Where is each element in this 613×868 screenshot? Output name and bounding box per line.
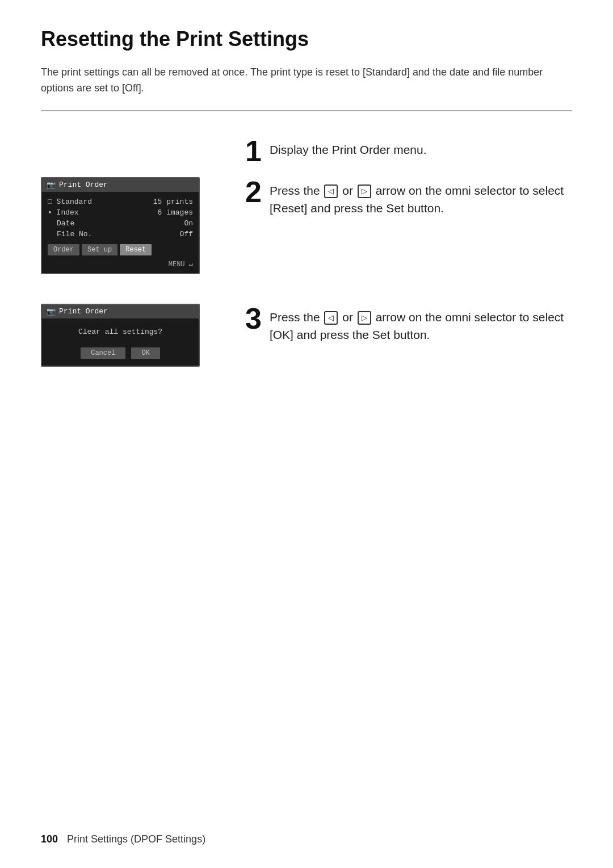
step-2-row: 📷 Print Order □ Standard 15 prints ▪ Ind… <box>41 177 572 286</box>
screen1-menu-line: MENU ↵ <box>48 258 193 269</box>
step-3-arrow-left: ◁ <box>324 311 338 325</box>
step-1-row: 1 Display the Print Order menu. <box>41 132 572 166</box>
step-2-text-before: Press the <box>270 184 320 197</box>
step-3-arrow-right: ▷ <box>358 311 371 325</box>
page-title: Resetting the Print Settings <box>41 27 572 51</box>
step-3-row: 📷 Print Order Clear all settings? Cancel… <box>41 304 572 378</box>
screen1-tab-reset: Reset <box>120 244 152 255</box>
footer-text: Print Settings (DPOF Settings) <box>67 833 205 845</box>
footer-page-number: 100 <box>41 833 58 845</box>
step-2-content: 2 Press the ◁ or ▷ arrow on the omni sel… <box>245 177 572 217</box>
step-2-text: Press the ◁ or ▷ arrow on the omni selec… <box>270 177 572 217</box>
step-2-arrow-left: ◁ <box>324 184 338 198</box>
step-2-arrow-right: ▷ <box>358 184 371 198</box>
step-3-text: Press the ◁ or ▷ arrow on the omni selec… <box>270 304 572 344</box>
step-2-or: or <box>342 184 356 197</box>
screen1-titlebar: 📷 Print Order <box>42 178 199 192</box>
step-1-content: 1 Display the Print Order menu. <box>245 132 572 166</box>
step-3-number: 3 <box>245 304 262 333</box>
section-divider <box>41 110 572 111</box>
screen2-message: Clear all settings? <box>48 328 193 336</box>
step-1-block: 1 Display the Print Order menu. <box>245 136 572 166</box>
step-2-image-area: 📷 Print Order □ Standard 15 prints ▪ Ind… <box>41 177 222 286</box>
screen1-row-4: File No. Off <box>48 229 193 240</box>
steps-area: 1 Display the Print Order menu. 📷 Print … <box>41 132 572 396</box>
screen1-tab-order: Order <box>48 244 79 255</box>
screen1-body: □ Standard 15 prints ▪ Index 6 images Da… <box>42 192 199 273</box>
camera-screen-1: 📷 Print Order □ Standard 15 prints ▪ Ind… <box>41 177 200 274</box>
screen2-buttons: Cancel OK <box>48 347 193 359</box>
step-1-text: Display the Print Order menu. <box>270 136 427 159</box>
camera-icon: 📷 <box>47 181 56 190</box>
screen1-tab-setup: Set up <box>82 244 117 255</box>
page-footer: 100 Print Settings (DPOF Settings) <box>41 833 572 845</box>
screen1-row-3: Date On <box>48 218 193 229</box>
screen1-row-1: □ Standard 15 prints <box>48 196 193 207</box>
step-3-block: 3 Press the ◁ or ▷ arrow on the omni sel… <box>245 304 572 344</box>
step-3-image-area: 📷 Print Order Clear all settings? Cancel… <box>41 304 222 378</box>
step-3-or: or <box>342 311 356 324</box>
screen2-body: Clear all settings? Cancel OK <box>42 318 199 366</box>
step-2-number: 2 <box>245 177 262 207</box>
step-1-number: 1 <box>245 136 262 166</box>
screen2-ok-btn: OK <box>131 347 159 359</box>
screen2-titlebar: 📷 Print Order <box>42 305 199 318</box>
step-3-content: 3 Press the ◁ or ▷ arrow on the omni sel… <box>245 304 572 344</box>
intro-text: The print settings can all be removed at… <box>41 65 572 97</box>
screen2-cancel-btn: Cancel <box>81 347 125 359</box>
step-2-block: 2 Press the ◁ or ▷ arrow on the omni sel… <box>245 177 572 217</box>
camera-screen-2: 📷 Print Order Clear all settings? Cancel… <box>41 304 200 367</box>
camera-icon-2: 📷 <box>47 307 56 316</box>
screen1-tabs: Order Set up Reset <box>48 244 193 255</box>
page-content: Resetting the Print Settings The print s… <box>0 0 613 423</box>
step-3-text-before: Press the <box>270 311 320 324</box>
screen1-row-2: ▪ Index 6 images <box>48 207 193 218</box>
